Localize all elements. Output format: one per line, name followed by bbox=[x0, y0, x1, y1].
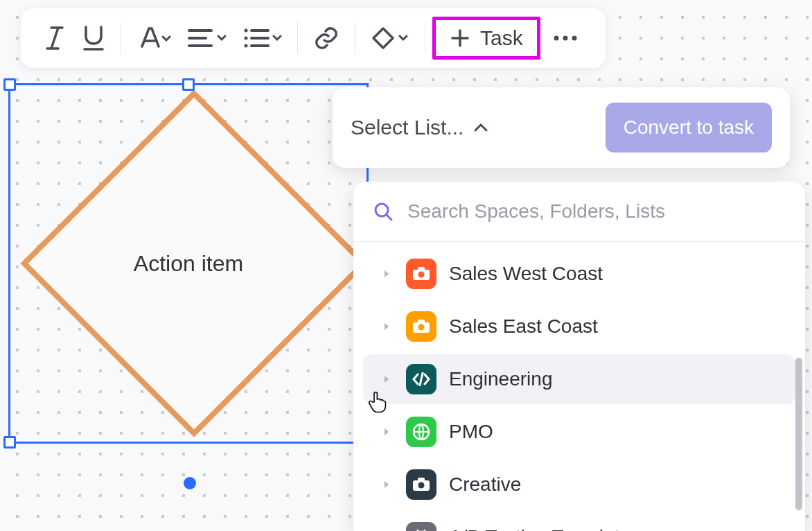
space-name: Creative bbox=[449, 473, 521, 496]
space-item[interactable]: Creative bbox=[363, 460, 795, 510]
svg-point-6 bbox=[572, 36, 576, 41]
space-icon bbox=[406, 259, 436, 289]
space-item[interactable]: Sales East Coast bbox=[363, 302, 795, 351]
plus-icon bbox=[450, 28, 470, 49]
space-icon bbox=[406, 469, 436, 500]
formatting-toolbar: Task bbox=[21, 8, 606, 68]
expand-caret-icon[interactable] bbox=[380, 427, 394, 437]
expand-caret-icon[interactable] bbox=[380, 322, 394, 331]
expand-caret-icon[interactable] bbox=[380, 480, 394, 489]
underline-button[interactable] bbox=[73, 17, 114, 60]
svg-point-5 bbox=[563, 36, 567, 41]
space-name: Sales West Coast bbox=[449, 263, 603, 285]
svg-rect-10 bbox=[418, 267, 425, 270]
text-color-button[interactable] bbox=[128, 17, 179, 60]
space-name: A/B Testing Template bbox=[449, 526, 630, 531]
toolbar-divider bbox=[297, 22, 298, 54]
expand-caret-icon[interactable] bbox=[380, 269, 394, 279]
link-button[interactable] bbox=[305, 17, 348, 60]
toolbar-divider bbox=[355, 22, 355, 54]
more-button[interactable] bbox=[540, 17, 590, 60]
resize-handle-top-center[interactable] bbox=[182, 78, 195, 91]
select-list-dropdown[interactable]: Select List... bbox=[351, 116, 596, 139]
add-task-button[interactable]: Task bbox=[432, 17, 540, 60]
toolbar-divider bbox=[121, 22, 121, 54]
svg-point-3 bbox=[245, 44, 248, 48]
resize-handle-top-left[interactable] bbox=[3, 78, 16, 91]
svg-rect-17 bbox=[418, 478, 425, 481]
space-icon bbox=[406, 417, 436, 447]
svg-point-4 bbox=[554, 36, 558, 41]
expand-caret-icon[interactable] bbox=[380, 374, 394, 384]
space-icon bbox=[406, 522, 436, 531]
convert-to-task-button[interactable]: Convert to task bbox=[606, 103, 772, 153]
connector-dot[interactable] bbox=[184, 477, 196, 489]
toolbar-divider bbox=[425, 22, 425, 54]
list-button[interactable] bbox=[235, 17, 290, 60]
svg-point-16 bbox=[418, 482, 425, 489]
space-icon bbox=[406, 364, 436, 394]
search-row bbox=[353, 182, 805, 242]
space-item[interactable]: PMO bbox=[363, 407, 795, 457]
task-button-label: Task bbox=[480, 26, 523, 50]
space-item[interactable]: Engineering bbox=[363, 354, 795, 404]
search-input[interactable] bbox=[406, 200, 786, 223]
svg-point-1 bbox=[245, 29, 248, 33]
svg-point-9 bbox=[418, 272, 425, 278]
select-list-label: Select List... bbox=[351, 116, 464, 139]
italic-button[interactable] bbox=[36, 17, 73, 60]
svg-point-12 bbox=[418, 324, 425, 331]
align-button[interactable] bbox=[179, 17, 235, 60]
chevron-up-icon bbox=[473, 123, 488, 132]
space-icon bbox=[406, 311, 436, 342]
search-icon bbox=[373, 201, 394, 222]
convert-popover: Select List... Convert to task bbox=[333, 87, 790, 168]
list-picker-dropdown: Sales West Coast Sales East Coast Engine… bbox=[353, 182, 805, 531]
selection-box[interactable] bbox=[8, 83, 369, 444]
space-item[interactable]: A/B Testing Template bbox=[363, 512, 795, 531]
svg-rect-13 bbox=[418, 320, 425, 323]
convert-label: Convert to task bbox=[624, 116, 754, 138]
scrollbar-thumb[interactable] bbox=[795, 358, 802, 510]
space-name: Engineering bbox=[449, 368, 552, 390]
svg-point-2 bbox=[245, 37, 248, 40]
space-item[interactable]: Sales West Coast bbox=[363, 249, 795, 299]
space-name: Sales East Coast bbox=[449, 315, 598, 338]
space-name: PMO bbox=[449, 421, 493, 443]
shape-picker-button[interactable] bbox=[362, 17, 418, 60]
resize-handle-bottom-left[interactable] bbox=[3, 436, 16, 449]
